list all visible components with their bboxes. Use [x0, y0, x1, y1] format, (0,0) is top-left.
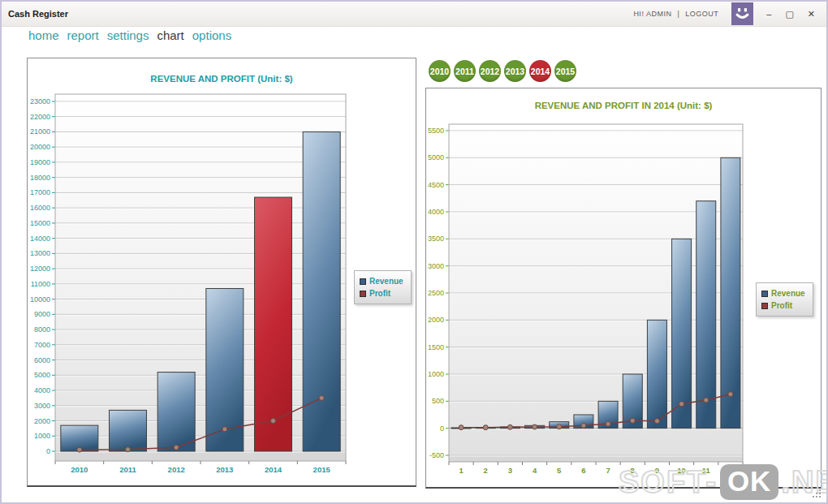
yearly-chart-legend: RevenueProfit [354, 270, 412, 304]
profit-point-2014 [271, 419, 276, 424]
y-tick-label: 4000 [428, 208, 444, 216]
profit-point-12 [728, 392, 733, 397]
year-button-2014[interactable]: 2014 [529, 60, 551, 82]
year-button-2015[interactable]: 2015 [554, 60, 576, 82]
watermark-badge: OK [720, 464, 779, 500]
revenue-bar-2011 [110, 410, 147, 451]
x-tick-label: 2015 [313, 465, 331, 474]
monthly-chart-legend: RevenueProfit [756, 282, 813, 317]
revenue-bar-9 [647, 320, 666, 428]
separator: | [677, 10, 679, 18]
profit-point-9 [654, 419, 659, 424]
y-tick-label: 12000 [30, 265, 50, 273]
y-tick-label: 15000 [30, 219, 50, 227]
nav-item-chart[interactable]: chart [157, 28, 183, 42]
y-tick-label: 2000 [428, 316, 444, 324]
profit-point-2013 [222, 427, 227, 432]
y-tick-label: 17000 [30, 188, 50, 196]
monthly-chart-panel: -500050010001500200025003000350040004500… [425, 88, 822, 489]
y-tick-label: 2000 [34, 417, 50, 425]
yearly-chart-panel: 0100020003000400050006000700080009000100… [27, 58, 416, 487]
x-tick-label: 5 [557, 466, 562, 475]
revenue-bar-2014 [255, 197, 292, 451]
year-buttons: 201020112012201320142015 [429, 60, 576, 82]
nav-item-settings[interactable]: settings [107, 28, 149, 42]
profit-point-10 [679, 402, 684, 407]
x-tick-label: 1 [459, 466, 464, 475]
legend-swatch [761, 303, 768, 309]
x-tick-label: 2010 [71, 465, 88, 474]
nav-item-report[interactable]: report [67, 28, 99, 42]
watermark: SOFT- OK .NET [619, 464, 828, 500]
watermark-text: SOFT- [619, 465, 718, 500]
legend-item-profit: Profit [360, 287, 403, 299]
x-tick-label: 2014 [265, 465, 282, 474]
year-button-2012[interactable]: 2012 [479, 60, 501, 82]
revenue-bar-2012 [157, 373, 195, 451]
y-tick-label: 1000 [428, 370, 444, 378]
y-tick-label: 3500 [428, 235, 444, 243]
legend-swatch [360, 278, 366, 285]
window-controls: – ▢ ✕ [766, 10, 815, 19]
year-button-2010[interactable]: 2010 [429, 60, 451, 82]
year-button-2011[interactable]: 2011 [454, 60, 476, 82]
x-tick-label: 2013 [216, 465, 233, 474]
profit-point-4 [533, 424, 537, 429]
legend-item-profit: Profit [761, 299, 805, 312]
x-tick-label: 7 [606, 466, 610, 475]
resize-grip[interactable] [812, 489, 822, 499]
minimize-button[interactable]: – [766, 10, 771, 19]
profit-point-2015 [319, 395, 324, 400]
revenue-bar-2015 [303, 131, 340, 451]
profit-point-7 [606, 421, 610, 426]
x-tick-label: 2012 [168, 465, 185, 474]
profit-point-2010 [77, 447, 82, 452]
y-tick-label: 3000 [428, 262, 444, 270]
nav-item-options[interactable]: options [192, 28, 231, 42]
y-tick-label: 3000 [34, 402, 50, 410]
maximize-button[interactable]: ▢ [785, 10, 793, 19]
profit-point-11 [704, 398, 709, 403]
y-tick-label: 500 [432, 397, 444, 405]
x-tick-label: 6 [581, 466, 585, 475]
user-area: HI! ADMIN | LOGOUT [633, 10, 718, 18]
app-window: Cash Register HI! ADMIN | LOGOUT – ▢ ✕ h… [0, 0, 828, 504]
y-tick-label: 22000 [30, 113, 50, 121]
y-tick-label: 0 [440, 424, 444, 433]
y-tick-label: 14000 [30, 235, 50, 243]
y-tick-label: 1000 [34, 432, 50, 440]
legend-swatch [761, 291, 768, 297]
nav-item-home[interactable]: home [28, 28, 59, 42]
year-button-2013[interactable]: 2013 [504, 60, 526, 82]
profit-point-2011 [126, 447, 131, 452]
y-tick-label: 4000 [34, 386, 50, 394]
y-tick-label: 10000 [30, 295, 50, 304]
revenue-bar-12 [721, 157, 740, 428]
close-button[interactable]: ✕ [808, 10, 815, 19]
legend-item-revenue: Revenue [761, 287, 805, 299]
profit-point-2012 [174, 445, 179, 450]
x-tick-label: 2011 [119, 465, 136, 474]
y-tick-label: 8000 [34, 325, 50, 334]
y-tick-label: 21000 [30, 127, 50, 136]
y-tick-label: 23000 [30, 97, 50, 106]
profit-point-2 [483, 425, 488, 430]
x-tick-label: 2 [484, 466, 488, 475]
app-title: Cash Register [8, 9, 68, 19]
legend-item-revenue: Revenue [360, 275, 403, 287]
profit-point-5 [557, 424, 562, 429]
y-tick-label: 16000 [30, 204, 50, 212]
x-tick-label: 4 [533, 466, 537, 475]
titlebar: Cash Register HI! ADMIN | LOGOUT – ▢ ✕ [2, 2, 826, 27]
profit-point-1 [459, 425, 464, 430]
y-tick-label: 5000 [34, 371, 50, 379]
logout-link[interactable]: LOGOUT [685, 10, 718, 18]
y-tick-label: 2500 [428, 289, 444, 297]
y-tick-label: 4500 [428, 181, 444, 189]
y-tick-label: 11000 [31, 280, 50, 288]
yearly-chart-title: REVENUE AND PROFIT (Unit: $) [28, 74, 416, 84]
y-tick-label: 0 [46, 447, 50, 455]
y-tick-label: 5500 [428, 127, 444, 135]
y-tick-label: 9000 [34, 310, 50, 318]
y-tick-label: -500 [429, 451, 444, 459]
